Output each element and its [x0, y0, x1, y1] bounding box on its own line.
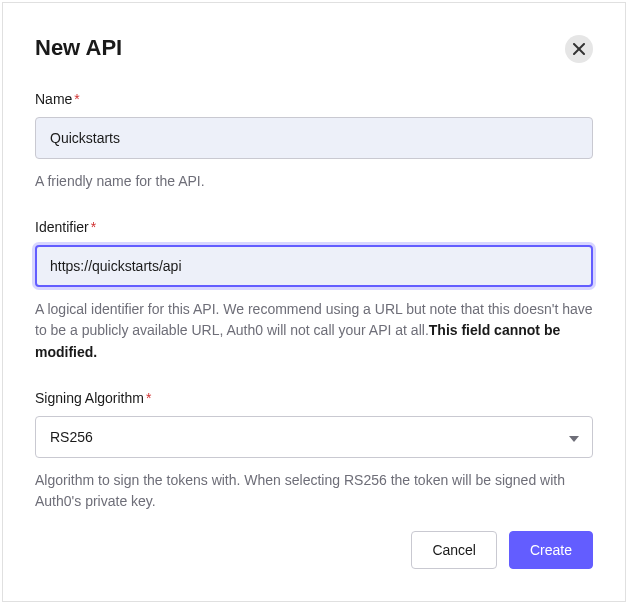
identifier-input[interactable]	[35, 245, 593, 287]
modal-title: New API	[35, 35, 122, 61]
signing-algorithm-label: Signing Algorithm*	[35, 390, 593, 406]
required-asterisk: *	[91, 219, 96, 235]
create-button[interactable]: Create	[509, 531, 593, 569]
identifier-helper-text: A logical identifier for this API. We re…	[35, 299, 593, 364]
cancel-button[interactable]: Cancel	[411, 531, 497, 569]
new-api-modal: New API Name* A friendly name for the AP…	[2, 2, 626, 602]
name-label-text: Name	[35, 91, 72, 107]
signing-algorithm-field-group: Signing Algorithm* RS256 Algorithm to si…	[35, 390, 593, 513]
identifier-field-group: Identifier* A logical identifier for thi…	[35, 219, 593, 364]
name-input[interactable]	[35, 117, 593, 159]
required-asterisk: *	[74, 91, 79, 107]
signing-algorithm-label-text: Signing Algorithm	[35, 390, 144, 406]
signing-algorithm-select[interactable]: RS256	[35, 416, 593, 458]
required-asterisk: *	[146, 390, 151, 406]
name-helper-text: A friendly name for the API.	[35, 171, 593, 193]
signing-algorithm-helper-text: Algorithm to sign the tokens with. When …	[35, 470, 593, 513]
close-button[interactable]	[565, 35, 593, 63]
identifier-label-text: Identifier	[35, 219, 89, 235]
modal-header: New API	[35, 35, 593, 63]
name-label: Name*	[35, 91, 593, 107]
close-icon	[573, 43, 585, 55]
identifier-label: Identifier*	[35, 219, 593, 235]
name-field-group: Name* A friendly name for the API.	[35, 91, 593, 193]
modal-footer: Cancel Create	[411, 531, 593, 569]
signing-algorithm-select-wrapper: RS256	[35, 416, 593, 458]
